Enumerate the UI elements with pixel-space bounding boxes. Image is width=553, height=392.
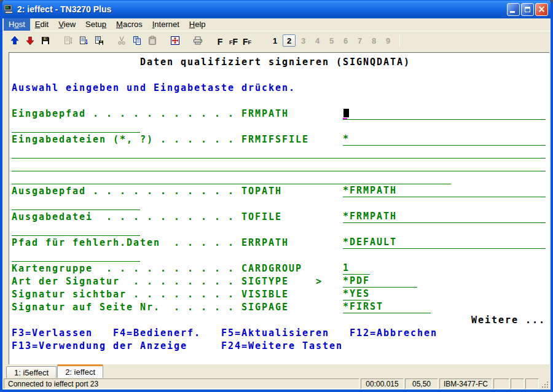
document-down-arrow-icon	[79, 36, 88, 45]
terminal-text: Pfad für fehlerh.Daten . . . . .	[12, 237, 235, 249]
document-updown-icon	[63, 36, 73, 45]
terminal-text: Art der Signatur . . . . . . . .	[12, 275, 235, 288]
terminal-row	[9, 172, 549, 185]
input-field[interactable]	[12, 159, 546, 171]
status-bar: Connected to ieffect port 2300:00.01505,…	[2, 378, 551, 390]
terminal-text: FRMIFSFILE	[241, 133, 309, 146]
input-field[interactable]: *FRMPATH	[343, 211, 546, 223]
terminal-text: Signatur auf Seite Nr. . . . . .	[12, 301, 235, 314]
screen-size-button[interactable]	[168, 33, 182, 48]
session-button-1[interactable]: 1	[269, 34, 281, 47]
input-field[interactable]	[343, 108, 546, 120]
terminal-screen[interactable]: Daten qualifiziert signieren (SIGNQDATA)…	[9, 52, 549, 364]
printer-icon	[193, 36, 203, 45]
font-size-button-3[interactable]: FF	[240, 33, 254, 48]
terminal-text: Eingabepfad . . . . . . . . . . .	[12, 108, 235, 120]
resize-grip-icon	[541, 381, 549, 389]
session-button-9: 9	[382, 34, 394, 47]
menu-item-view[interactable]: View	[53, 18, 80, 31]
session-tab-bar: 1: i5effect2: ieffect	[2, 364, 551, 378]
four-arrows-screen-icon	[170, 36, 180, 45]
print-button[interactable]	[190, 33, 205, 48]
input-field[interactable]: *DEFAULT	[343, 237, 546, 249]
terminal-row: Weitere ...	[9, 314, 549, 327]
input-field[interactable]: *FRMPATH	[343, 185, 546, 197]
application-window: 2: ieffect - TN3270 Plus × HostEditViewS…	[0, 0, 553, 392]
maximize-button[interactable]	[521, 3, 534, 16]
terminal-text: Ausgabepfad . . . . . . . . . . .	[12, 185, 235, 198]
window-title: 2: ieffect - TN3270 Plus	[17, 4, 507, 14]
menu-item-macros[interactable]: Macros	[111, 18, 147, 31]
status-empty-3	[525, 378, 539, 389]
terminal-row	[9, 224, 549, 237]
terminal-row	[9, 198, 549, 211]
session-number-group: 123456789	[269, 34, 396, 47]
input-field[interactable]	[12, 249, 140, 262]
input-field[interactable]	[12, 146, 546, 159]
menu-item-setup[interactable]: Setup	[80, 18, 111, 31]
receive-file-button[interactable]	[76, 33, 91, 48]
terminal-text: >	[316, 275, 323, 288]
input-field[interactable]	[12, 120, 140, 133]
status-message: Connected to ieffect port 23	[4, 378, 359, 389]
terminal-row: Ausgabedatei . . . . . . . . . .TOFILE*F…	[9, 211, 549, 224]
font-size-button-1[interactable]: F	[213, 33, 227, 48]
copy-button[interactable]	[130, 33, 144, 48]
input-field[interactable]: *YES	[343, 288, 370, 300]
toolbar-separator	[399, 34, 400, 47]
session-tab-1-i5effect[interactable]: 1: i5effect	[6, 366, 57, 378]
scissors-icon	[117, 36, 127, 45]
font-letter: F	[232, 38, 238, 45]
menu-item-help[interactable]: Help	[184, 18, 211, 31]
session-button-3: 3	[297, 34, 310, 47]
font-buttons-group: FFFFF	[213, 33, 254, 48]
terminal-text: Ausgabedatei . . . . . . . . . .	[12, 211, 235, 224]
input-field[interactable]: 1	[343, 262, 370, 275]
toolbar: FFFFF 123456789	[2, 31, 551, 50]
terminal-row: Ausgabepfad . . . . . . . . . . .TOPATH*…	[9, 185, 549, 198]
close-button[interactable]: ×	[535, 3, 548, 16]
terminal-text: Daten qualifiziert signieren (SIGNQDATA)	[140, 56, 410, 69]
session-tab-2-ieffect[interactable]: 2: ieffect	[57, 364, 103, 378]
font-size-button-2[interactable]: FF	[227, 33, 240, 48]
floppy-save-icon	[41, 36, 50, 45]
terminal-row: Auswahl eingeben und Eingabetaste drücke…	[9, 82, 549, 95]
menu-item-edit[interactable]: Edit	[30, 18, 53, 31]
terminal-text: SIGTYPE	[241, 275, 289, 288]
terminal-row: Pfad für fehlerh.Daten . . . . .ERRPATH*…	[9, 237, 549, 249]
session-button-5: 5	[325, 34, 338, 47]
input-field[interactable]: *FIRST	[343, 301, 431, 313]
terminal-row: F3=Verlassen F4=Bedienerf. F5=Aktualisie…	[9, 327, 549, 340]
terminal-row: F13=Verwendung der Anzeige F24=Weitere T…	[9, 340, 549, 353]
terminal-text: Weitere ...	[471, 314, 546, 327]
save-screen-button[interactable]	[92, 33, 106, 48]
file-transfer-button-disabled	[61, 33, 76, 48]
input-field[interactable]	[12, 198, 140, 210]
up-arrow-button[interactable]	[7, 33, 22, 48]
terminal-text: FRMPATH	[241, 108, 289, 120]
terminal-row: Daten qualifiziert signieren (SIGNQDATA)	[9, 56, 549, 69]
close-icon: ×	[538, 5, 546, 14]
menu-item-host[interactable]: Host	[4, 18, 30, 31]
menu-item-internet[interactable]: Internet	[147, 18, 184, 31]
session-button-2[interactable]: 2	[283, 34, 296, 47]
input-field[interactable]	[12, 224, 140, 236]
session-button-8: 8	[367, 34, 380, 47]
terminal-row: Signatur sichtbar . . . . . . . .VISIBLE…	[9, 288, 549, 301]
input-field[interactable]: *	[343, 133, 546, 146]
save-button[interactable]	[38, 33, 53, 48]
down-arrow-icon	[25, 36, 35, 45]
terminal-text: TOPATH	[241, 185, 282, 198]
text-cursor	[343, 109, 349, 117]
input-field[interactable]	[12, 172, 451, 184]
down-arrow-button[interactable]	[23, 33, 37, 48]
resize-grip[interactable]	[540, 378, 549, 389]
font-letter: F	[218, 38, 223, 45]
minimize-button[interactable]	[507, 3, 520, 16]
terminal-text: CARDGROUP	[241, 262, 302, 275]
terminal-row	[9, 159, 549, 172]
input-field[interactable]: *PDF	[343, 275, 417, 288]
terminal-text: Signatur sichtbar . . . . . . . .	[12, 288, 235, 301]
terminal-row: Signatur auf Seite Nr. . . . . .SIGPAGE*…	[9, 301, 549, 314]
font-letter: F	[248, 40, 252, 45]
